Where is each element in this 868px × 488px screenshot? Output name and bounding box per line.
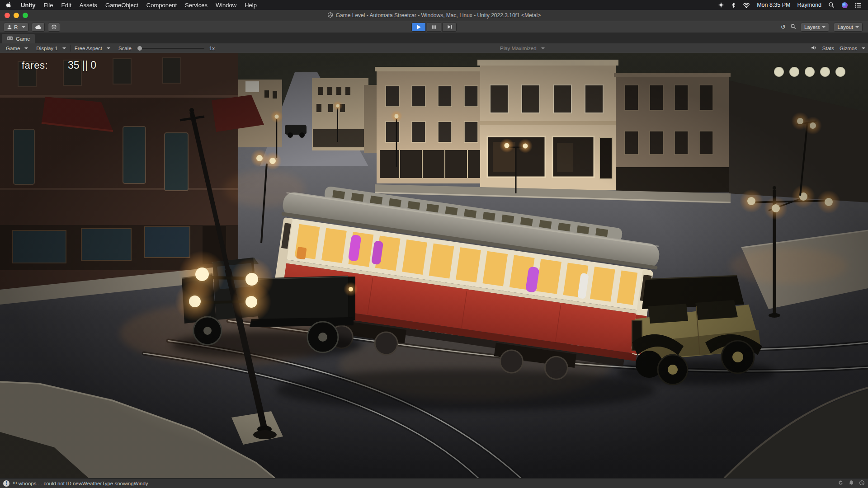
console-message-icon[interactable]: ! [3, 480, 9, 487]
statusbar-refresh-icon[interactable] [838, 480, 844, 487]
spotlight-icon[interactable] [828, 2, 835, 8]
tab-strip: Game [0, 33, 868, 43]
hud-dot [835, 67, 845, 77]
hud-dot [789, 67, 799, 77]
chevron-down-icon [822, 26, 826, 28]
menubar-user[interactable]: Raymond [797, 2, 822, 8]
statusbar: ! !!! whoops ... could not ID newWeather… [0, 478, 868, 488]
stats-button[interactable]: Stats [822, 46, 834, 51]
vignette-overlay [0, 53, 868, 478]
zoom-window-button[interactable] [23, 13, 28, 18]
play-maximized-label: Play Maximized [500, 46, 537, 51]
gizmos-dropdown[interactable]: Gizmos [840, 43, 865, 53]
scale-slider-knob[interactable] [137, 46, 142, 51]
tab-game[interactable]: Game [2, 34, 35, 43]
hud-dot [820, 67, 830, 77]
chevron-down-icon [862, 47, 865, 49]
menu-assets[interactable]: Assets [80, 2, 97, 9]
hud-dot [774, 67, 784, 77]
account-dropdown[interactable]: R [4, 23, 28, 32]
aspect-ratio-dropdown[interactable]: Free Aspect [71, 43, 114, 53]
pause-button[interactable] [427, 23, 441, 32]
console-message-text[interactable]: !!! whoops ... could not ID newWeatherTy… [13, 481, 148, 486]
play-controls [411, 23, 457, 32]
menu-window[interactable]: Window [216, 2, 236, 9]
minimize-window-button[interactable] [14, 13, 19, 18]
game-tab-label: Game [16, 36, 30, 42]
menu-file[interactable]: File [44, 2, 53, 9]
unity-editor-window: Unity File Edit Assets GameObject Compon… [0, 0, 868, 488]
statusbar-bell-icon[interactable] [849, 480, 854, 487]
close-window-button[interactable] [5, 13, 10, 18]
history-icon-button[interactable]: ↺ [781, 24, 786, 30]
wifi-icon[interactable] [743, 2, 750, 8]
game-tab-icon [7, 36, 13, 42]
unity-logo-icon [327, 12, 333, 19]
macos-menubar: Unity File Edit Assets GameObject Compon… [0, 0, 868, 10]
cloud-button[interactable] [32, 23, 45, 32]
display-target-label: Game [6, 46, 20, 51]
window-titlebar: Game Level - Automata Streetcar - Window… [0, 10, 868, 21]
chevron-down-icon [22, 26, 25, 28]
game-view-toolbar: Game Display 1 Free Aspect Scale 1x Play… [0, 43, 868, 53]
statusbar-activity-icon[interactable] [859, 480, 865, 487]
layers-label: Layers [804, 24, 820, 30]
scale-label: Scale [118, 46, 132, 51]
chevron-down-icon [24, 47, 28, 49]
display-target-dropdown[interactable]: Game [2, 43, 32, 53]
display-dropdown[interactable]: Display 1 [32, 43, 70, 53]
menu-unity[interactable]: Unity [21, 2, 36, 9]
menu-services[interactable]: Services [185, 2, 208, 9]
siri-icon[interactable] [841, 2, 848, 9]
menubar-clock[interactable]: Mon 8:35 PM [757, 2, 790, 8]
layers-dropdown[interactable]: Layers [801, 23, 830, 32]
gizmos-label: Gizmos [840, 46, 857, 51]
account-label: R [14, 24, 18, 30]
menu-help[interactable]: Help [245, 2, 257, 9]
menu-edit[interactable]: Edit [61, 2, 71, 9]
menu-lines-icon[interactable] [855, 2, 862, 8]
game-scene [0, 53, 868, 478]
sparkle-icon[interactable] [718, 2, 724, 8]
search-icon-button[interactable] [790, 23, 796, 31]
hud-fares-label: fares: [22, 60, 48, 71]
chevron-down-icon [855, 26, 859, 28]
hud-dots [774, 67, 845, 77]
scale-slider[interactable] [137, 48, 204, 49]
settings-button[interactable] [48, 23, 60, 32]
chevron-down-icon [541, 47, 545, 49]
menu-component[interactable]: Component [146, 2, 177, 9]
window-title: Game Level - Automata Streetcar - Window… [336, 12, 541, 19]
layout-label: Layout [837, 24, 853, 30]
unity-toolbar: R ↺ [0, 21, 868, 33]
display-label: Display 1 [36, 46, 57, 51]
scale-value: 1x [209, 46, 215, 51]
aspect-label: Free Aspect [75, 46, 102, 51]
hud-dot [805, 67, 815, 77]
scale-control: Scale 1x [114, 43, 219, 53]
play-maximized-dropdown[interactable]: Play Maximized [500, 46, 545, 51]
bluetooth-icon[interactable] [731, 2, 736, 9]
chevron-down-icon [107, 47, 110, 49]
game-viewport[interactable]: fares: 35 || 0 [0, 53, 868, 478]
hud-fares-value: 35 || 0 [68, 59, 96, 71]
chevron-down-icon [62, 47, 66, 49]
menu-gameobject[interactable]: GameObject [105, 2, 138, 9]
layout-dropdown[interactable]: Layout [834, 23, 863, 32]
step-button[interactable] [442, 23, 457, 32]
mute-audio-icon[interactable] [811, 45, 817, 52]
play-button[interactable] [411, 23, 426, 32]
apple-menu[interactable] [6, 1, 13, 9]
